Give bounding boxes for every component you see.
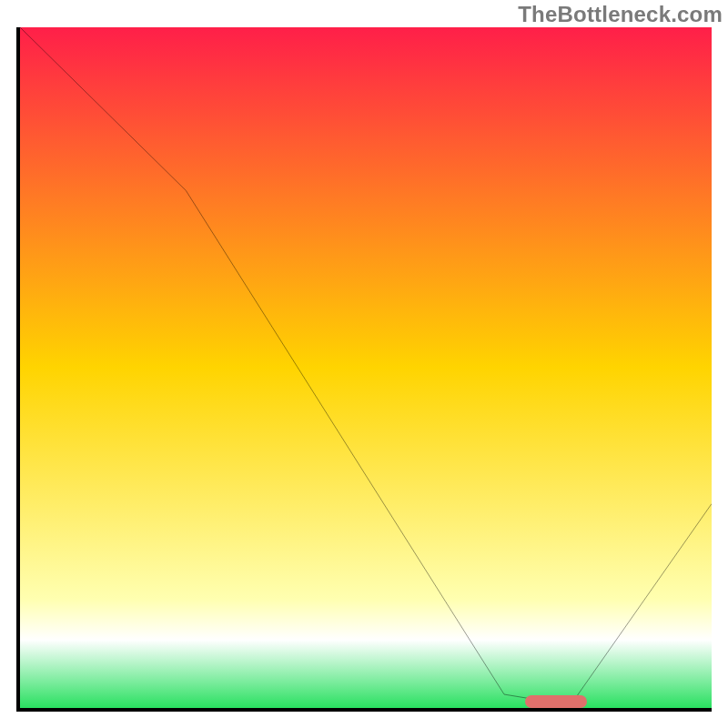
- plot-area: [16, 27, 712, 712]
- curve-layer: [20, 27, 712, 708]
- optimal-range-marker: [525, 695, 587, 708]
- watermark-text: TheBottleneck.com: [518, 2, 723, 27]
- chart-frame: TheBottleneck.com: [0, 0, 728, 728]
- bottleneck-curve: [20, 27, 712, 702]
